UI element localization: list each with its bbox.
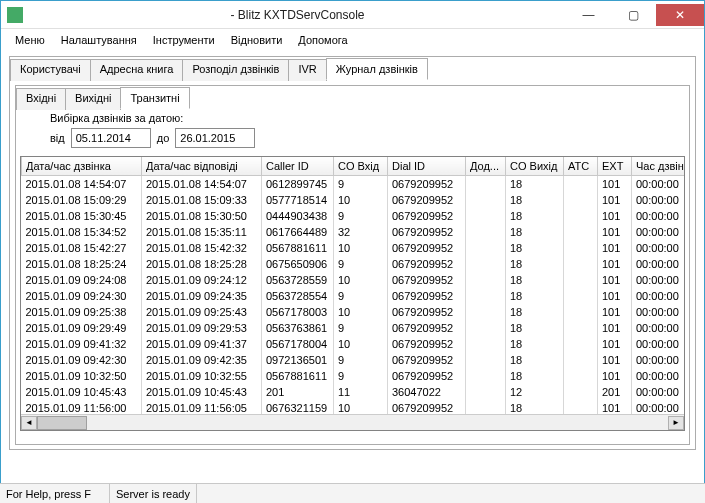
cell: 0679209952 [388, 224, 466, 240]
cell: 2015.01.08 15:30:50 [142, 208, 262, 224]
outer-tab-control: КористувачіАдресна книгаРозподіл дзвінкі… [9, 56, 696, 450]
cell: 00:00:00 [632, 224, 686, 240]
cell: 2015.01.09 09:25:38 [22, 304, 142, 320]
cell: 0679209952 [388, 240, 466, 256]
minimize-button[interactable]: — [566, 4, 611, 26]
tab-inner[interactable]: Вхідні [16, 88, 66, 110]
filter-label: Вибірка дзвінків за датою: [50, 112, 685, 124]
scroll-thumb[interactable] [37, 416, 87, 430]
menu-item[interactable]: Налаштування [53, 31, 145, 49]
table-row[interactable]: 2015.01.08 15:34:522015.01.08 15:35:1106… [22, 224, 686, 240]
menu-item[interactable]: Допомога [290, 31, 355, 49]
column-header[interactable]: Дата/час відповіді [142, 157, 262, 176]
tab-outer[interactable]: IVR [288, 59, 326, 81]
cell [564, 368, 598, 384]
cell: 101 [598, 304, 632, 320]
tab-outer[interactable]: Адресна книга [90, 59, 184, 81]
menu-item[interactable]: Меню [7, 31, 53, 49]
date-from-input[interactable] [71, 128, 151, 148]
cell: 00:00:00 [632, 240, 686, 256]
close-button[interactable]: ✕ [656, 4, 704, 26]
scroll-right-icon[interactable]: ► [668, 416, 684, 430]
tab-outer[interactable]: Журнал дзвінків [326, 58, 428, 80]
cell: 101 [598, 208, 632, 224]
menu-item[interactable]: Інструменти [145, 31, 223, 49]
column-header[interactable]: Дата/час дзвінка [22, 157, 142, 176]
cell: 2015.01.09 09:41:37 [142, 336, 262, 352]
cell: 2015.01.09 10:32:50 [22, 368, 142, 384]
cell: 2015.01.09 09:24:12 [142, 272, 262, 288]
cell: 00:00:00 [632, 368, 686, 384]
tab-outer[interactable]: Розподіл дзвінків [182, 59, 289, 81]
cell: 101 [598, 288, 632, 304]
column-header[interactable]: Dial ID [388, 157, 466, 176]
table-row[interactable]: 2015.01.08 15:42:272015.01.08 15:42:3205… [22, 240, 686, 256]
cell [466, 336, 506, 352]
column-header[interactable]: Час дзвін [632, 157, 686, 176]
table-row[interactable]: 2015.01.09 09:24:082015.01.09 09:24:1205… [22, 272, 686, 288]
table-row[interactable]: 2015.01.09 09:29:492015.01.09 09:29:5305… [22, 320, 686, 336]
column-header[interactable]: Дод... [466, 157, 506, 176]
column-header[interactable]: Caller ID [262, 157, 334, 176]
table-row[interactable]: 2015.01.09 09:42:302015.01.09 09:42:3509… [22, 352, 686, 368]
cell: 2015.01.08 14:54:07 [22, 176, 142, 192]
table-row[interactable]: 2015.01.08 15:09:292015.01.08 15:09:3305… [22, 192, 686, 208]
tab-outer[interactable]: Користувачі [10, 59, 91, 81]
column-header[interactable]: CO Вхід [334, 157, 388, 176]
cell: 0679209952 [388, 272, 466, 288]
cell: 0679209952 [388, 192, 466, 208]
table-row[interactable]: 2015.01.09 09:25:382015.01.09 09:25:4305… [22, 304, 686, 320]
cell: 00:00:00 [632, 192, 686, 208]
call-log-table[interactable]: Дата/час дзвінкаДата/час відповідіCaller… [20, 156, 685, 431]
column-header[interactable]: CO Вихід [506, 157, 564, 176]
titlebar: - Blitz KXTDServConsole — ▢ ✕ [1, 1, 704, 29]
cell: 201 [262, 384, 334, 400]
cell: 0617664489 [262, 224, 334, 240]
table-row[interactable]: 2015.01.08 18:25:242015.01.08 18:25:2806… [22, 256, 686, 272]
cell: 2015.01.09 09:42:30 [22, 352, 142, 368]
cell: 18 [506, 272, 564, 288]
table-row[interactable]: 2015.01.09 10:45:432015.01.09 10:45:4320… [22, 384, 686, 400]
window-title: - Blitz KXTDServConsole [29, 8, 566, 22]
cell: 00:00:00 [632, 272, 686, 288]
table-row[interactable]: 2015.01.08 14:54:072015.01.08 14:54:0706… [22, 176, 686, 192]
cell: 101 [598, 192, 632, 208]
cell: 101 [598, 224, 632, 240]
cell [564, 336, 598, 352]
scroll-left-icon[interactable]: ◄ [21, 416, 37, 430]
date-to-input[interactable] [175, 128, 255, 148]
cell: 2015.01.08 15:09:29 [22, 192, 142, 208]
cell: 9 [334, 176, 388, 192]
cell [564, 272, 598, 288]
table-row[interactable]: 2015.01.08 15:30:452015.01.08 15:30:5004… [22, 208, 686, 224]
cell: 0679209952 [388, 256, 466, 272]
cell: 00:00:00 [632, 304, 686, 320]
column-header[interactable]: EXT [598, 157, 632, 176]
column-header[interactable]: АТС [564, 157, 598, 176]
cell: 2015.01.08 15:42:32 [142, 240, 262, 256]
cell: 2015.01.08 15:42:27 [22, 240, 142, 256]
tab-inner[interactable]: Вихідні [65, 88, 121, 110]
cell: 0679209952 [388, 176, 466, 192]
table-row[interactable]: 2015.01.09 09:24:302015.01.09 09:24:3505… [22, 288, 686, 304]
cell: 0679209952 [388, 208, 466, 224]
cell: 101 [598, 352, 632, 368]
cell: 2015.01.08 18:25:24 [22, 256, 142, 272]
table-row[interactable]: 2015.01.09 09:41:322015.01.09 09:41:3705… [22, 336, 686, 352]
cell: 18 [506, 368, 564, 384]
cell: 18 [506, 304, 564, 320]
table-row[interactable]: 2015.01.09 10:32:502015.01.09 10:32:5505… [22, 368, 686, 384]
cell: 9 [334, 208, 388, 224]
maximize-button[interactable]: ▢ [611, 4, 656, 26]
cell: 2015.01.09 09:41:32 [22, 336, 142, 352]
cell [564, 352, 598, 368]
tab-inner[interactable]: Транзитні [120, 87, 189, 109]
cell: 0612899745 [262, 176, 334, 192]
horizontal-scrollbar[interactable]: ◄ ► [21, 414, 684, 430]
cell: 0679209952 [388, 320, 466, 336]
cell: 101 [598, 368, 632, 384]
cell: 18 [506, 176, 564, 192]
menu-item[interactable]: Відновити [223, 31, 291, 49]
cell: 9 [334, 368, 388, 384]
cell [564, 384, 598, 400]
